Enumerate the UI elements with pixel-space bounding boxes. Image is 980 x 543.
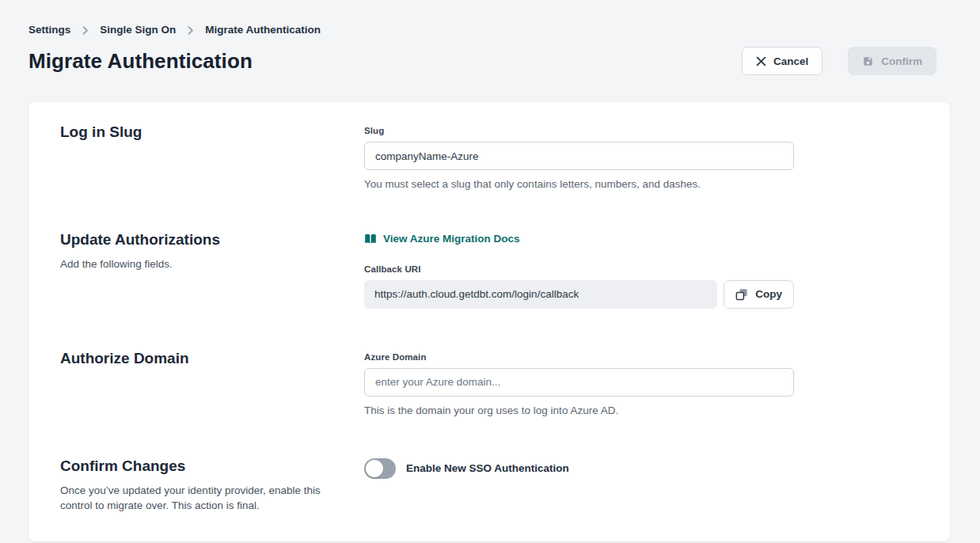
- breadcrumb: Settings Single Sign On Migrate Authenti…: [28, 24, 936, 36]
- callback-uri-field[interactable]: https://auth.cloud.getdbt.com/login/call…: [364, 280, 717, 309]
- page-title: Migrate Authentication: [28, 49, 253, 74]
- section-heading-confirm-changes: Confirm Changes: [60, 458, 364, 475]
- azure-migration-docs-link-label: View Azure Migration Docs: [383, 233, 520, 245]
- confirm-changes-description: Once you’ve updated your identity provid…: [60, 483, 323, 515]
- sso-authentication-toggle[interactable]: [364, 458, 396, 479]
- chevron-right-icon: [81, 26, 89, 35]
- toggle-knob: [366, 460, 383, 477]
- breadcrumb-current: Migrate Authentication: [205, 24, 321, 36]
- sso-toggle-label: Enable New SSO Authentication: [406, 462, 569, 474]
- close-icon: [756, 56, 766, 66]
- section-confirm-changes: Confirm Changes Once you’ve updated your…: [60, 458, 918, 522]
- chevron-right-icon: [186, 26, 195, 35]
- copy-icon: [735, 288, 748, 301]
- section-heading-login-slug: Log in Slug: [60, 123, 364, 141]
- slug-label: Slug: [364, 126, 794, 135]
- section-heading-authorize-domain: Authorize Domain: [60, 350, 364, 367]
- callback-uri-label: Callback URI: [364, 264, 794, 274]
- azure-migration-docs-link[interactable]: View Azure Migration Docs: [364, 233, 520, 245]
- settings-card: Log in Slug Slug You must select a slug …: [28, 102, 950, 541]
- section-heading-update-authorizations: Update Authorizations: [60, 231, 364, 249]
- azure-domain-helper-text: This is the domain your org uses to log …: [364, 404, 794, 416]
- save-icon: [862, 55, 874, 67]
- breadcrumb-single-sign-on[interactable]: Single Sign On: [100, 24, 176, 36]
- section-login-slug: Log in Slug Slug You must select a slug …: [60, 123, 918, 190]
- breadcrumb-settings[interactable]: Settings: [28, 24, 70, 36]
- azure-domain-label: Azure Domain: [364, 352, 794, 362]
- slug-helper-text: You must select a slug that only contain…: [364, 178, 794, 190]
- section-update-authorizations: Update Authorizations Add the following …: [60, 231, 918, 309]
- azure-domain-input[interactable]: [364, 368, 794, 397]
- copy-button[interactable]: Copy: [724, 280, 794, 309]
- page-header: Settings Single Sign On Migrate Authenti…: [0, 0, 980, 75]
- header-actions: Cancel Confirm: [742, 47, 936, 75]
- slug-input[interactable]: [364, 142, 794, 170]
- confirm-button-label: Confirm: [881, 55, 922, 67]
- book-icon: [364, 234, 377, 245]
- section-authorize-domain: Authorize Domain Azure Domain This is th…: [60, 350, 918, 416]
- cancel-button-label: Cancel: [773, 55, 808, 67]
- cancel-button[interactable]: Cancel: [742, 47, 822, 75]
- copy-button-label: Copy: [755, 288, 782, 300]
- update-authorizations-description: Add the following fields.: [60, 256, 323, 272]
- confirm-button[interactable]: Confirm: [848, 47, 936, 75]
